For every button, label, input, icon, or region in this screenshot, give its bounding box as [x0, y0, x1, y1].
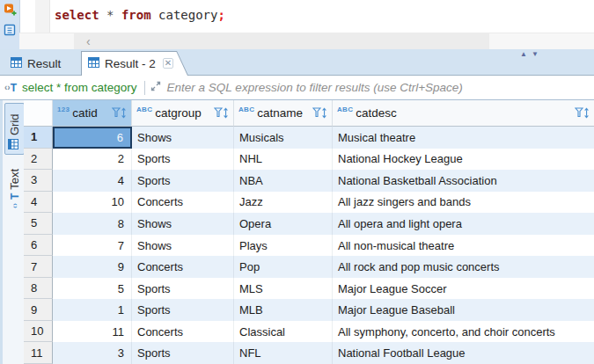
cell-catname[interactable]: Classical — [234, 321, 333, 343]
scrollbar-thumb[interactable] — [74, 33, 489, 50]
presentation-switcher: Grid ‹›T Text — [0, 100, 24, 364]
cell-catgroup[interactable]: Shows — [132, 235, 234, 257]
column-header-catgroup[interactable]: ABC catgroup — [132, 100, 234, 127]
cell-catid[interactable]: 3 — [53, 342, 132, 364]
cell-catdesc[interactable]: All symphony, concerto, and choir concer… — [333, 321, 594, 343]
cell-catname[interactable]: Opera — [234, 213, 333, 235]
table-row: 34SportsNBANational Basketball Associati… — [24, 170, 594, 192]
grid-icon — [8, 139, 21, 149]
cell-catname[interactable]: NHL — [234, 149, 333, 171]
filter-input[interactable]: ‹› T select * from category Enter a SQL … — [0, 76, 594, 100]
dbeaver-sql-results-window: select * from category; ‹ Result — [0, 0, 594, 364]
cell-catgroup[interactable]: Shows — [132, 127, 234, 149]
cell-catid[interactable]: 2 — [53, 149, 132, 171]
column-header-catid[interactable]: 123 catid — [53, 100, 132, 127]
row-number-cell[interactable]: 10 — [24, 321, 53, 343]
row-number-cell[interactable]: 3 — [24, 170, 53, 192]
cell-catgroup[interactable]: Shows — [132, 213, 234, 235]
scroll-down-icon[interactable]: ▼ — [532, 50, 543, 58]
cell-catname[interactable]: Pop — [234, 256, 333, 278]
expand-filter-icon[interactable] — [150, 80, 162, 96]
table-row: 410ConcertsJazzAll jazz singers and band… — [24, 192, 594, 214]
cell-catid[interactable]: 7 — [53, 235, 132, 257]
row-number-cell[interactable]: 9 — [24, 299, 53, 321]
cell-catid[interactable]: 4 — [53, 170, 132, 192]
row-number-cell[interactable]: 2 — [24, 149, 53, 171]
sql-semicolon: ; — [217, 8, 224, 22]
cell-catid[interactable]: 11 — [53, 321, 132, 343]
close-icon[interactable]: ✕ — [163, 58, 173, 69]
tab-text-view[interactable]: ‹›T Text — [4, 160, 25, 213]
cell-catname[interactable]: NFL — [234, 342, 333, 364]
scroll-left-icon[interactable]: ‹ — [86, 33, 91, 49]
cell-catdesc[interactable]: Musical theatre — [333, 127, 594, 149]
filter-sort-icon[interactable] — [112, 107, 128, 119]
cell-catid[interactable]: 9 — [53, 256, 132, 278]
cell-catname[interactable]: MLB — [234, 299, 333, 321]
table-row: 58ShowsOperaAll opera and light opera — [24, 213, 594, 235]
table-row: 1011ConcertsClassicalAll symphony, conce… — [24, 321, 594, 343]
table-icon — [88, 57, 99, 70]
cell-catdesc[interactable]: Major League Baseball — [333, 299, 594, 321]
cell-catdesc[interactable]: National Basketball Association — [333, 170, 594, 192]
string-type-icon: ABC — [238, 106, 254, 113]
cell-catname[interactable]: NBA — [234, 170, 333, 192]
sql-text-icon-t: T — [11, 82, 17, 94]
row-number-cell[interactable]: 1 — [24, 127, 53, 149]
column-header-catname[interactable]: ABC catname — [234, 100, 333, 127]
row-number-cell[interactable]: 11 — [24, 342, 53, 364]
sql-editor[interactable]: select * from category; ‹ — [0, 0, 594, 49]
cell-catgroup[interactable]: Concerts — [132, 256, 234, 278]
cell-catname[interactable]: MLS — [234, 278, 333, 300]
sql-table-name: category — [158, 8, 217, 22]
cell-catdesc[interactable]: National Hockey League — [333, 149, 594, 171]
row-number-cell[interactable]: 4 — [24, 192, 53, 214]
cell-catgroup[interactable]: Sports — [132, 299, 234, 321]
tab-result-1[interactable]: Result — [2, 52, 70, 75]
filter-sort-icon[interactable] — [214, 107, 231, 119]
corner-cell[interactable] — [24, 100, 53, 127]
new-sql-editor-icon[interactable] — [3, 3, 17, 17]
filter-sort-icon[interactable] — [312, 107, 329, 119]
tab-scroll-arrows[interactable]: ▲▼ — [520, 50, 543, 58]
filter-separator — [144, 81, 145, 95]
scroll-up-icon[interactable]: ▲ — [520, 50, 532, 58]
cell-catid[interactable]: 5 — [53, 278, 132, 300]
cell-catid[interactable]: 8 — [53, 213, 132, 235]
editor-horizontal-scrollbar[interactable]: ‹ — [19, 33, 594, 50]
cell-catdesc[interactable]: All rock and pop music concerts — [333, 256, 594, 278]
cell-catgroup[interactable]: Sports — [132, 149, 234, 171]
string-type-icon: ABC — [337, 106, 353, 113]
row-number-cell[interactable]: 6 — [24, 235, 53, 257]
tab-grid-view[interactable]: Grid — [4, 103, 25, 155]
cell-catgroup[interactable]: Sports — [132, 342, 234, 364]
numeric-type-icon: 123 — [57, 106, 70, 113]
cell-catname[interactable]: Musicals — [234, 127, 333, 149]
column-header-catdesc[interactable]: ABC catdesc — [333, 100, 594, 127]
cell-catname[interactable]: Plays — [234, 235, 333, 257]
cell-catdesc[interactable]: All jazz singers and bands — [333, 192, 594, 214]
row-number-cell[interactable]: 5 — [24, 213, 53, 235]
cell-catgroup[interactable]: Concerts — [132, 321, 234, 343]
table-row: 22SportsNHLNational Hockey League — [24, 149, 594, 171]
cell-catname[interactable]: Jazz — [234, 192, 333, 214]
script-icon[interactable] — [3, 23, 17, 37]
sql-keyword: from — [121, 8, 151, 22]
tab-result-2[interactable]: Result - 2 ✕ — [81, 51, 188, 76]
cell-catgroup[interactable]: Sports — [132, 170, 234, 192]
row-number-cell[interactable]: 8 — [24, 278, 53, 300]
cell-catdesc[interactable]: Major League Soccer — [333, 278, 594, 300]
cell-catid[interactable]: 1 — [53, 299, 132, 321]
cell-catdesc[interactable]: All opera and light opera — [333, 213, 594, 235]
results-panel: Grid ‹›T Text 123 catid — [0, 100, 594, 364]
filter-sort-icon[interactable] — [575, 107, 591, 119]
cell-catid[interactable]: 10 — [53, 192, 132, 214]
cell-catgroup[interactable]: Concerts — [132, 192, 234, 214]
cell-catdesc[interactable]: All non-musical theatre — [333, 235, 594, 257]
cell-catdesc[interactable]: National Football League — [333, 342, 594, 364]
cell-catgroup[interactable]: Sports — [132, 278, 234, 300]
cell-catid[interactable]: 6 — [53, 127, 132, 149]
row-number-cell[interactable]: 7 — [24, 256, 53, 278]
table-row: 91SportsMLBMajor League Baseball — [24, 299, 594, 321]
result-tabbar: Result Result - 2 ✕ ▲▼ — [0, 49, 594, 76]
